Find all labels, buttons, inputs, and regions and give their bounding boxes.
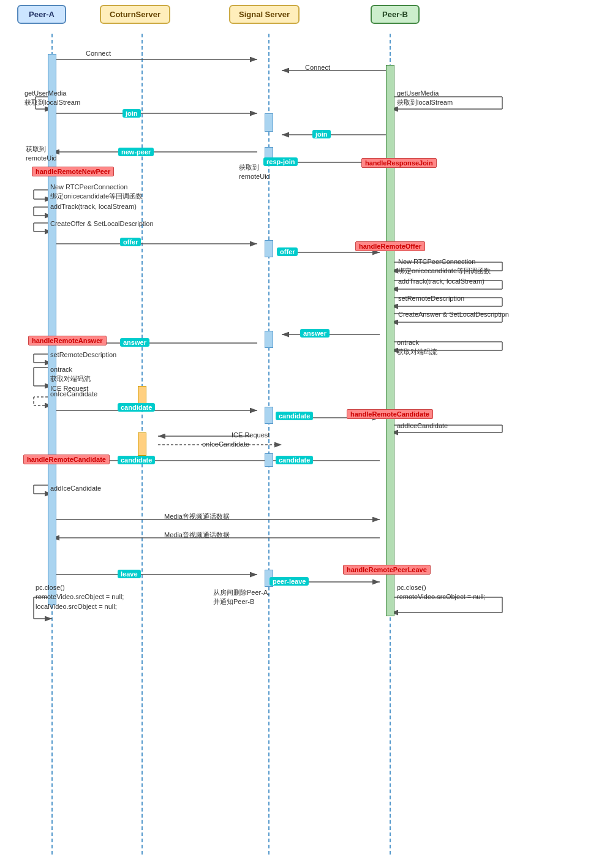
act-signal-offer xyxy=(265,240,273,257)
join-badge-2: join xyxy=(312,130,331,138)
actor-coturn: CoturnServer xyxy=(100,5,170,24)
actor-peer-b: Peer-B xyxy=(371,5,420,24)
handle-remote-peer-leave: handleRemotePeerLeave xyxy=(343,565,431,575)
getusermedia-a: getUserMedia获取到localStream xyxy=(25,89,80,108)
handle-response-join: handleResponseJoin xyxy=(361,158,437,168)
handle-remote-new-peer: handleRemoteNewPeer xyxy=(32,167,114,176)
get-remoteid-signal: 获取到remoteUid xyxy=(239,163,270,182)
addtrack-b: addTrack(track, localStream) xyxy=(398,277,484,286)
arrows-layer xyxy=(0,0,607,868)
act-peer-a-main xyxy=(48,54,56,605)
notify-text: 从房间删除Peer-A,并通知Peer-B xyxy=(213,588,270,607)
createoffer-a: CreateOffer & SetLocalDescription xyxy=(50,219,154,228)
pc-close-a: pc.close()remoteVideo.srcObject = null;l… xyxy=(36,583,124,611)
handle-remote-candidate-b: handleRemoteCandidate xyxy=(347,409,433,419)
act-signal-answer xyxy=(265,331,273,348)
act-signal-1 xyxy=(265,113,273,132)
setremote-b: setRemoteDescription xyxy=(398,294,464,303)
candidate-badge-2: candidate xyxy=(276,412,313,420)
setremote-a: setRemoteDescription xyxy=(50,350,116,360)
sequence-diagram: Peer-A CoturnServer Signal Server Peer-B… xyxy=(0,0,607,868)
leave-badge: leave xyxy=(118,570,141,578)
addtrack-a: addTrack(track, localStream) xyxy=(50,202,137,211)
onicecandidate-a: onIceCandidate xyxy=(50,390,97,399)
createanswer-b: CreateAnswer & SetLocalDescription xyxy=(398,310,509,319)
join-badge-1: join xyxy=(123,109,141,118)
act-signal-cand1 xyxy=(265,407,273,424)
new-peer-badge: new-peer xyxy=(118,148,154,156)
getusermedia-b: getUserMedia获取到localStream xyxy=(397,89,453,108)
media-1: Media音视频通话数据 xyxy=(164,512,230,521)
ice-request-b: ICE Request xyxy=(232,431,270,440)
handle-remote-candidate-a: handleRemoteCandidate xyxy=(23,455,110,464)
act-peer-b-main xyxy=(386,65,394,616)
new-rtcpeer-b: New RTCPeerConnection绑定onicecandidate等回调… xyxy=(398,257,491,276)
handle-remote-offer: handleRemoteOffer xyxy=(355,241,425,251)
addicecandidate-b: addIceCandidate xyxy=(397,421,448,431)
handle-remote-answer: handleRemoteAnswer xyxy=(28,336,107,345)
addicecandidate-a: addIceCandidate xyxy=(50,484,101,493)
candidate-badge-4: candidate xyxy=(276,456,313,464)
candidate-badge-1: candidate xyxy=(118,403,155,412)
candidate-badge-3: candidate xyxy=(118,456,155,464)
get-remoteid-a: 获取到remoteUid xyxy=(26,145,57,164)
ontrack-b: ontrack获取对端码流 xyxy=(397,338,437,357)
actor-signal: Signal Server xyxy=(229,5,300,24)
answer-badge-a: answer xyxy=(120,338,149,347)
pc-close-b: pc.close()remoteVideo.srcObject = null; xyxy=(397,583,485,602)
media-2: Media音视频通话数据 xyxy=(164,530,230,540)
answer-badge-b: answer xyxy=(300,329,330,338)
new-rtcpeer-a: New RTCPeerConnection绑定onicecandidate等回调… xyxy=(50,183,143,202)
actor-peer-a: Peer-A xyxy=(17,5,66,24)
act-coturn-2 xyxy=(138,432,146,456)
peer-leave-badge: peer-leave xyxy=(270,577,309,586)
onicecandidate-b: onIceCandidate xyxy=(202,440,249,449)
connect-label: Connect xyxy=(86,49,111,58)
connect-b-label: Connect xyxy=(305,63,330,72)
offer-badge-1: offer xyxy=(120,238,141,246)
offer-badge-2: offer xyxy=(277,247,298,256)
act-signal-cand2 xyxy=(265,453,273,467)
